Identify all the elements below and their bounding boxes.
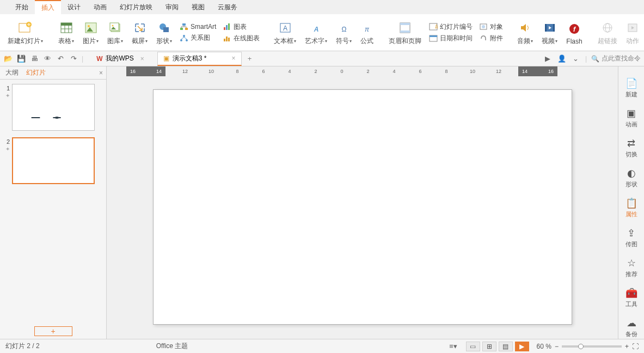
close-doc-icon[interactable]: × [232,54,236,62]
table-icon [60,19,73,36]
side-rec-button[interactable]: ☆推荐 [625,257,637,278]
wordart-button[interactable]: A 艺术字▾ [302,16,330,50]
audio-icon [519,19,532,36]
shape-button[interactable]: 形状▾ [153,16,175,50]
slide-thumb-2[interactable]: 2 ✦ [2,137,104,184]
outline-tab[interactable]: 大纲 [3,67,21,78]
side-prop-button[interactable]: 📋属性 [625,197,637,218]
slides-panel: 大纲 幻灯片 × 1 ✦ 2 ✦ + [0,66,107,339]
open-icon[interactable]: 📂 [3,54,13,64]
tab-insert[interactable]: 插入 [35,0,61,14]
svg-rect-36 [400,23,410,25]
video-button[interactable]: 视频▾ [538,16,561,50]
flash-button[interactable]: f Flash [563,16,585,50]
tab-view[interactable]: 视图 [185,0,211,14]
online-chart-button[interactable]: 在线图表 [220,33,262,44]
date-time-button[interactable]: 日期和时间 [427,33,475,44]
side-shape-button[interactable]: ◐形状 [625,167,637,188]
picture-button[interactable]: 图片▾ [79,16,102,50]
side-anim-button[interactable]: ▣动画 [625,107,637,129]
tab-design[interactable]: 设计 [61,0,87,14]
chart-button[interactable]: 图表 [220,22,262,32]
star-icon: ✦ [5,146,10,152]
prop-icon: 📋 [625,197,637,209]
svg-rect-26 [228,23,230,30]
zoom-in-icon[interactable]: + [625,343,629,350]
side-backup-button[interactable]: ☁备份 [625,317,637,338]
print-preview-icon[interactable]: 👁 [42,54,52,64]
svg-rect-16 [185,28,188,30]
zoom-slider[interactable] [562,345,622,348]
tab-start[interactable]: 开始 [9,0,35,14]
object-button[interactable]: 对象 [477,22,505,32]
gallery-button[interactable]: 图库▾ [104,16,126,50]
attachment-button[interactable]: 附件 [477,33,505,44]
print-icon[interactable]: 🖶 [29,54,39,64]
side-tool-button[interactable]: 🧰工具 [625,287,637,308]
notes-toggle-icon[interactable]: ≡▾ [449,342,458,351]
undo-icon[interactable]: ↶ [56,54,65,64]
tab-review[interactable]: 审阅 [159,0,185,14]
table-button[interactable]: 表格▾ [55,16,77,50]
slide-thumb-1[interactable]: 1 ✦ [2,84,104,131]
reading-view-button[interactable]: ▤ [499,342,513,351]
svg-rect-41 [430,35,437,37]
slide-number-icon: # [429,22,438,31]
tab-slideshow[interactable]: 幻灯片放映 [113,0,159,14]
video-icon [543,19,556,36]
person-icon[interactable]: 👤 [557,54,567,64]
action-button[interactable]: 动作 [623,16,642,50]
right-side-panel: 📄新建▣动画⇄切换◐形状📋属性⇪传图☆推荐🧰工具☁备份 [618,66,644,339]
upload-icon: ⇪ [627,227,635,239]
slides-tab[interactable]: 幻灯片 [24,67,48,78]
screenshot-button[interactable]: 截屏▾ [128,16,151,50]
present-icon[interactable]: ▶ [543,54,553,64]
svg-point-22 [180,39,182,41]
svg-rect-29 [228,38,230,41]
svg-text:A: A [283,25,287,32]
slideshow-button[interactable]: ▶ [515,342,529,351]
symbol-button[interactable]: Ω 符号▾ [333,16,355,50]
ribbon: 新建幻灯片▾ 表格▾ 图片▾ 图库▾ 截屏▾ 形状▾ SmartArt 关系图 … [0,14,644,51]
close-tab-icon[interactable]: × [140,55,144,63]
zoom-out-icon[interactable]: − [555,343,559,350]
collapse-icon[interactable]: ⌄ [571,54,581,64]
sorter-view-button[interactable]: ⊞ [482,342,496,351]
smartart-button[interactable]: SmartArt [177,22,218,32]
vertical-scrollbar[interactable] [608,76,618,339]
normal-view-button[interactable]: ▭ [466,342,480,351]
document-tab[interactable]: ▣ 演示文稿3 * × [157,52,242,66]
add-tab-icon[interactable]: + [245,54,255,64]
close-panel-icon[interactable]: × [99,69,103,77]
gallery-icon [109,19,122,36]
redo-icon[interactable]: ↷ [69,54,78,64]
svg-text:A: A [314,26,319,33]
hyperlink-button[interactable]: 超链接 [594,16,621,50]
side-upload-button[interactable]: ⇪传图 [625,227,637,248]
hyperlink-icon [601,19,614,36]
textbox-button[interactable]: A 文本框▾ [271,16,299,50]
equation-button[interactable]: π 公式 [357,16,377,50]
new-slide-button[interactable]: 新建幻灯片▾ [4,16,46,50]
svg-rect-46 [553,24,555,32]
command-search[interactable]: 🔍 点此查找命令 [591,54,641,63]
side-trans-button[interactable]: ⇄切换 [625,137,637,159]
slide-1-preview [12,84,95,131]
fit-icon[interactable]: ⛶ [632,343,639,350]
relation-button[interactable]: 关系图 [177,33,218,43]
tab-cloud[interactable]: 云服务 [211,0,244,14]
slide-number-button[interactable]: #幻灯片编号 [427,22,475,32]
svg-text:π: π [365,26,370,33]
slide-canvas[interactable] [153,89,572,325]
zoom-level[interactable]: 60 % [537,343,551,350]
audio-button[interactable]: 音频▾ [514,16,536,50]
relation-icon [180,34,188,42]
anim-icon: ▣ [627,107,636,119]
add-slide-button[interactable]: + [34,326,72,336]
save-icon[interactable]: 💾 [16,54,26,64]
textbox-icon: A [279,19,292,36]
header-footer-button[interactable]: 页眉和页脚 [385,16,425,50]
tab-animation[interactable]: 动画 [87,0,113,14]
side-file-button[interactable]: 📄新建 [625,77,637,99]
wps-tab[interactable]: W 我的WPS × [91,52,150,66]
